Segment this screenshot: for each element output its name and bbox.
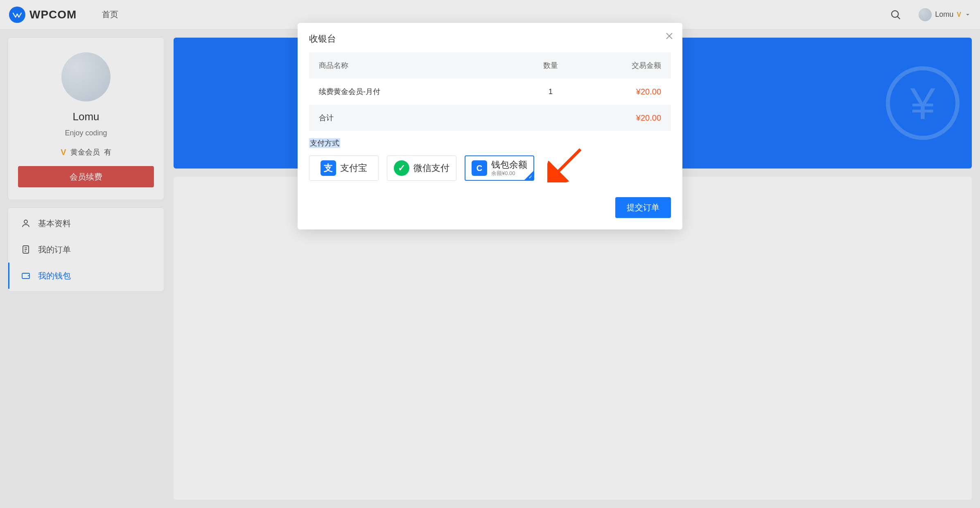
col-qty: 数量 (522, 61, 579, 70)
wechat-icon: ✓ (394, 160, 409, 176)
modal-title: 收银台 (298, 33, 682, 52)
selected-check-icon (524, 171, 533, 180)
pay-option-label: 钱包余额 (491, 160, 527, 170)
modal-overlay[interactable]: 收银台 商品名称 数量 交易金额 续费黄金会员-月付 1 ¥20.00 合计 ¥… (0, 0, 980, 508)
table-total: 合计 ¥20.00 (309, 105, 671, 131)
pay-option-wallet[interactable]: C 钱包余额 余额¥0.00 (465, 155, 534, 181)
item-qty: 1 (522, 88, 579, 96)
alipay-icon: 支 (321, 160, 336, 176)
close-button[interactable] (664, 31, 674, 41)
submit-order-button[interactable]: 提交订单 (615, 197, 671, 218)
table-header: 商品名称 数量 交易金额 (309, 52, 671, 79)
wallet-balance-icon: C (472, 160, 487, 176)
table-row: 续费黄金会员-月付 1 ¥20.00 (309, 79, 671, 105)
payment-methods-label: 支付方式 (309, 138, 340, 148)
item-name: 续费黄金会员-月付 (319, 87, 522, 97)
item-amount: ¥20.00 (579, 87, 661, 97)
pay-option-label: 微信支付 (413, 162, 449, 174)
checkout-modal: 收银台 商品名称 数量 交易金额 续费黄金会员-月付 1 ¥20.00 合计 ¥… (298, 23, 682, 229)
total-label: 合计 (319, 113, 522, 123)
wallet-balance-sub: 余额¥0.00 (491, 170, 527, 177)
total-amount: ¥20.00 (579, 113, 661, 123)
pay-option-label: 支付宝 (340, 162, 367, 174)
pay-option-alipay[interactable]: 支 支付宝 (309, 155, 379, 181)
col-name: 商品名称 (319, 61, 522, 70)
col-amount: 交易金额 (579, 61, 661, 70)
pay-option-wechat[interactable]: ✓ 微信支付 (387, 155, 456, 181)
close-icon (664, 31, 674, 41)
